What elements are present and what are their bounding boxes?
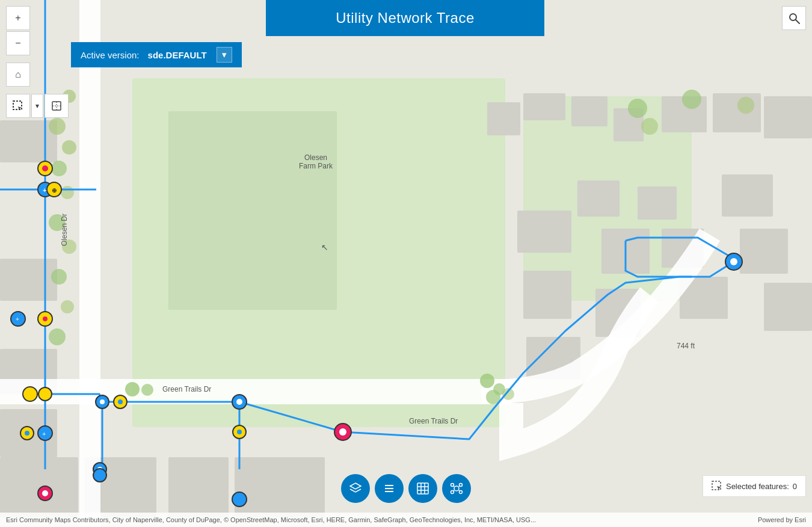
svg-rect-31: [79, 0, 100, 527]
svg-rect-24: [0, 259, 57, 301]
svg-rect-6: [571, 96, 607, 126]
svg-line-111: [459, 486, 460, 487]
selected-features-panel: Selected features: 0: [703, 475, 806, 497]
svg-point-62: [23, 387, 37, 401]
attribution-bar: Esri Community Maps Contributors, City o…: [0, 513, 812, 527]
svg-point-45: [49, 328, 66, 345]
svg-rect-11: [517, 211, 571, 253]
zoom-out-button[interactable]: −: [6, 31, 30, 55]
svg-point-84: [25, 431, 29, 436]
svg-line-113: [459, 490, 460, 492]
svg-point-46: [628, 99, 647, 118]
svg-point-39: [51, 161, 67, 176]
selection-icon: [712, 481, 722, 492]
svg-point-43: [51, 269, 67, 285]
svg-point-40: [61, 186, 74, 199]
svg-point-74: [232, 492, 247, 507]
svg-point-49: [737, 97, 754, 114]
svg-point-59: [43, 316, 48, 321]
svg-text:+: +: [16, 316, 19, 322]
svg-point-53: [42, 165, 48, 171]
svg-point-65: [100, 399, 105, 404]
svg-rect-27: [0, 457, 78, 517]
svg-rect-14: [577, 180, 620, 217]
svg-rect-12: [523, 271, 571, 319]
svg-rect-100: [417, 483, 428, 494]
svg-point-67: [118, 399, 123, 404]
svg-rect-20: [722, 174, 773, 217]
svg-point-44: [61, 300, 74, 313]
svg-text:+: +: [43, 186, 46, 194]
select-button[interactable]: [6, 94, 30, 118]
map-container[interactable]: + ⊕ +: [0, 0, 812, 527]
svg-rect-114: [712, 481, 721, 490]
map-svg: + ⊕ +: [0, 0, 812, 527]
svg-rect-32: [0, 379, 511, 404]
snap-button[interactable]: [45, 94, 69, 118]
version-dropdown-button[interactable]: ▾: [217, 47, 232, 63]
svg-point-34: [141, 384, 153, 396]
version-label: Active version:: [81, 50, 140, 60]
svg-point-76: [339, 428, 346, 436]
zoom-out-row: −: [6, 31, 69, 55]
zoom-in-button[interactable]: +: [6, 6, 30, 30]
select-dropdown-button[interactable]: ▾: [31, 94, 43, 118]
svg-rect-91: [52, 102, 61, 110]
svg-point-33: [125, 382, 140, 396]
svg-marker-96: [350, 483, 361, 489]
svg-rect-9: [713, 93, 761, 132]
header-title: Utility Network Trace: [336, 10, 475, 26]
svg-point-63: [38, 387, 52, 401]
svg-point-37: [49, 118, 66, 135]
svg-point-35: [480, 374, 494, 388]
svg-line-110: [454, 486, 454, 487]
home-row: ⌂: [6, 63, 69, 87]
svg-rect-10: [764, 96, 812, 138]
left-toolbar: + − ⌂ ▾: [6, 6, 69, 118]
home-button[interactable]: ⌂: [6, 63, 30, 87]
svg-point-41: [49, 214, 66, 231]
version-bar: Active version: sde.DEFAULT ▾: [71, 42, 242, 67]
svg-rect-89: [13, 101, 22, 109]
svg-point-105: [454, 486, 459, 491]
select-row: ▾: [6, 94, 69, 118]
bottom-toolbar: [341, 474, 471, 503]
selected-features-label: Selected features:: [726, 482, 789, 491]
svg-point-47: [641, 118, 658, 135]
layers-button[interactable]: [341, 474, 370, 503]
svg-point-86: [42, 490, 48, 496]
svg-text:↖: ↖: [321, 242, 328, 252]
svg-line-95: [796, 20, 799, 23]
attribution-right: Powered by Esri: [758, 516, 806, 523]
svg-point-42: [62, 239, 76, 254]
svg-rect-2: [168, 111, 337, 310]
svg-point-48: [682, 90, 701, 109]
svg-rect-30: [235, 457, 325, 517]
svg-point-87: [93, 469, 106, 482]
svg-point-71: [236, 399, 242, 405]
list-button[interactable]: [375, 474, 404, 503]
svg-point-78: [730, 258, 737, 265]
selected-features-count: 0: [793, 482, 797, 491]
svg-text:⊕: ⊕: [52, 187, 57, 194]
header-bar: Utility Network Trace: [266, 0, 544, 36]
svg-rect-21: [740, 229, 788, 274]
svg-rect-22: [764, 283, 812, 331]
search-button[interactable]: [782, 6, 806, 30]
attribution-left: Esri Community Maps Contributors, City o…: [6, 516, 536, 523]
version-value: sde.DEFAULT: [148, 50, 207, 60]
svg-rect-29: [168, 457, 229, 517]
svg-point-73: [237, 430, 242, 434]
zoom-tools: +: [6, 6, 69, 30]
svg-rect-4: [487, 102, 520, 135]
svg-text:+: +: [42, 430, 46, 437]
svg-rect-23: [0, 120, 57, 162]
network-button[interactable]: [442, 474, 471, 503]
svg-line-112: [454, 490, 454, 492]
svg-rect-5: [523, 93, 565, 120]
svg-rect-17: [638, 186, 677, 220]
svg-point-38: [62, 140, 76, 155]
table-button[interactable]: [408, 474, 437, 503]
